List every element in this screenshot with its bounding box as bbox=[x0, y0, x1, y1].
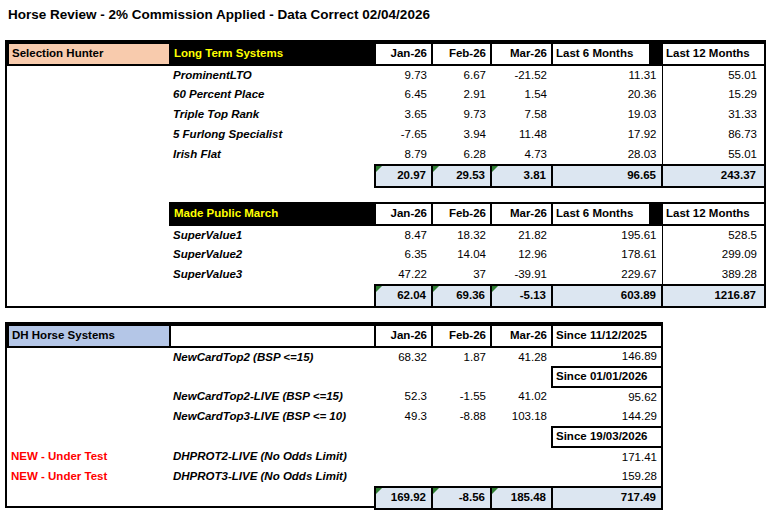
value-jan: 6.35 bbox=[375, 245, 432, 265]
value-jan: 9.73 bbox=[375, 65, 432, 85]
system-name: DHPROT3-LIVE (No Odds Limit) bbox=[170, 467, 375, 487]
col-header-jan: Jan-26 bbox=[375, 203, 432, 225]
table-row: SuperValue1 8.47 18.32 21.82 195.61 528.… bbox=[8, 225, 765, 245]
total-last12: 243.37 bbox=[662, 165, 765, 187]
total-jan: 20.97 bbox=[375, 165, 432, 187]
value-feb: 18.32 bbox=[432, 225, 491, 245]
value-jan: 8.79 bbox=[375, 145, 432, 165]
spacer-row bbox=[8, 187, 765, 203]
value-last12: 528.5 bbox=[662, 225, 765, 245]
system-name: Triple Top Rank bbox=[170, 105, 375, 125]
total-mar: 3.81 bbox=[491, 165, 552, 187]
value-since: 95.62 bbox=[552, 387, 662, 407]
col-header-feb: Feb-26 bbox=[432, 43, 491, 65]
system-name: ProminentLTO bbox=[170, 65, 375, 85]
value-last6: 17.92 bbox=[552, 125, 662, 145]
value-last12: 55.01 bbox=[662, 145, 765, 165]
value-feb: 14.04 bbox=[432, 245, 491, 265]
selection-hunter-table: Selection Hunter Long Term Systems Jan-2… bbox=[7, 42, 766, 308]
total-last6: 96.65 bbox=[552, 165, 662, 187]
value-mar: 4.73 bbox=[491, 145, 552, 165]
header-gap-cell bbox=[650, 203, 662, 225]
value-last12: 55.01 bbox=[662, 65, 765, 85]
value-feb: 37 bbox=[432, 265, 491, 285]
system-name: SuperValue1 bbox=[170, 225, 375, 245]
error-indicator-icon bbox=[376, 166, 382, 172]
value-last6: 20.36 bbox=[552, 85, 662, 105]
header-gap-cell bbox=[650, 43, 662, 65]
value-mar: 1.54 bbox=[491, 85, 552, 105]
col-header-last12: Last 12 Months bbox=[662, 43, 765, 65]
dh-horse-systems-label: DH Horse Systems bbox=[8, 325, 170, 347]
dh-horse-systems-table: DH Horse Systems Jan-26 Feb-26 Mar-26 Si… bbox=[7, 324, 663, 510]
value-since: 171.41 bbox=[552, 447, 662, 467]
table-row: 5 Furlong Specialist -7.65 3.94 11.48 17… bbox=[8, 125, 765, 145]
error-indicator-icon bbox=[433, 166, 439, 172]
system-name: 60 Percent Place bbox=[170, 85, 375, 105]
empty-header-cell bbox=[170, 325, 375, 347]
error-indicator-icon bbox=[376, 286, 382, 292]
error-indicator-icon bbox=[492, 166, 498, 172]
error-indicator-icon bbox=[492, 488, 498, 494]
value-mar: 12.96 bbox=[491, 245, 552, 265]
value-jan: 3.65 bbox=[375, 105, 432, 125]
value-feb: 9.73 bbox=[432, 105, 491, 125]
error-indicator-icon bbox=[433, 488, 439, 494]
value-mar: 41.02 bbox=[491, 387, 552, 407]
col-header-jan: Jan-26 bbox=[375, 43, 432, 65]
value-mar: 7.58 bbox=[491, 105, 552, 125]
table-row: ProminentLTO 9.73 6.67 -21.52 11.31 55.0… bbox=[8, 65, 765, 85]
table-row: NEW - Under Test DHPROT3-LIVE (No Odds L… bbox=[8, 467, 662, 487]
value-jan: 47.22 bbox=[375, 265, 432, 285]
system-name: SuperValue2 bbox=[170, 245, 375, 265]
value-mar: 21.82 bbox=[491, 225, 552, 245]
error-indicator-icon bbox=[433, 286, 439, 292]
value-since: 146.89 bbox=[552, 347, 662, 367]
selection-hunter-label: Selection Hunter bbox=[8, 43, 170, 65]
value-last12: 31.33 bbox=[662, 105, 765, 125]
value-feb: 1.87 bbox=[432, 347, 491, 367]
spreadsheet-report: Horse Review - 2% Commission Applied - D… bbox=[0, 0, 768, 516]
table-row: 60 Percent Place 6.45 2.91 1.54 20.36 15… bbox=[8, 85, 765, 105]
value-last6: 178.61 bbox=[552, 245, 662, 265]
system-name: SuperValue3 bbox=[170, 265, 375, 285]
made-public-march-header: Made Public March bbox=[170, 203, 375, 225]
table-row: SuperValue2 6.35 14.04 12.96 178.61 299.… bbox=[8, 245, 765, 265]
value-feb: -1.55 bbox=[432, 387, 491, 407]
value-jan: 6.45 bbox=[375, 85, 432, 105]
col-header-feb: Feb-26 bbox=[432, 203, 491, 225]
value-since: 144.29 bbox=[552, 407, 662, 427]
since-header-row: Since 01/01/2026 bbox=[8, 367, 662, 387]
dh-header-row: DH Horse Systems Jan-26 Feb-26 Mar-26 Si… bbox=[8, 325, 662, 347]
table-row: Triple Top Rank 3.65 9.73 7.58 19.03 31.… bbox=[8, 105, 765, 125]
value-mar: 41.28 bbox=[491, 347, 552, 367]
total-mar: -5.13 bbox=[491, 285, 552, 307]
table-row: NEW - Under Test DHPROT2-LIVE (No Odds L… bbox=[8, 447, 662, 467]
since-date-header: Since 01/01/2026 bbox=[552, 367, 662, 387]
value-jan: 8.47 bbox=[375, 225, 432, 245]
totals-row: 169.92 -8.56 185.48 717.49 bbox=[8, 487, 662, 509]
value-since: 159.28 bbox=[552, 467, 662, 487]
total-jan: 169.92 bbox=[375, 487, 432, 509]
system-name: Irish Flat bbox=[170, 145, 375, 165]
totals-row: 62.04 69.36 -5.13 603.89 1216.87 bbox=[8, 285, 765, 307]
table-row: NewCardTop2-LIVE (BSP <=15) 52.3 -1.55 4… bbox=[8, 387, 662, 407]
value-mar: 11.48 bbox=[491, 125, 552, 145]
col-header-last12: Last 12 Months bbox=[662, 203, 765, 225]
since-header-row: Since 19/03/2026 bbox=[8, 427, 662, 447]
col-header-last6: Last 6 Months bbox=[552, 43, 650, 65]
value-last6: 11.31 bbox=[552, 65, 662, 85]
system-name: NewCardTop2 (BSP <=15) bbox=[170, 347, 375, 367]
total-jan: 62.04 bbox=[375, 285, 432, 307]
error-indicator-icon bbox=[376, 488, 382, 494]
value-feb: 2.91 bbox=[432, 85, 491, 105]
value-last6: 195.61 bbox=[552, 225, 662, 245]
new-under-test-label: NEW - Under Test bbox=[8, 447, 170, 467]
system-name: NewCardTop3-LIVE (BSP <= 10) bbox=[170, 407, 375, 427]
error-indicator-icon bbox=[492, 286, 498, 292]
value-last12: 15.29 bbox=[662, 85, 765, 105]
total-since: 717.49 bbox=[552, 487, 662, 509]
col-header-jan: Jan-26 bbox=[375, 325, 432, 347]
value-mar: -21.52 bbox=[491, 65, 552, 85]
value-feb: 6.67 bbox=[432, 65, 491, 85]
